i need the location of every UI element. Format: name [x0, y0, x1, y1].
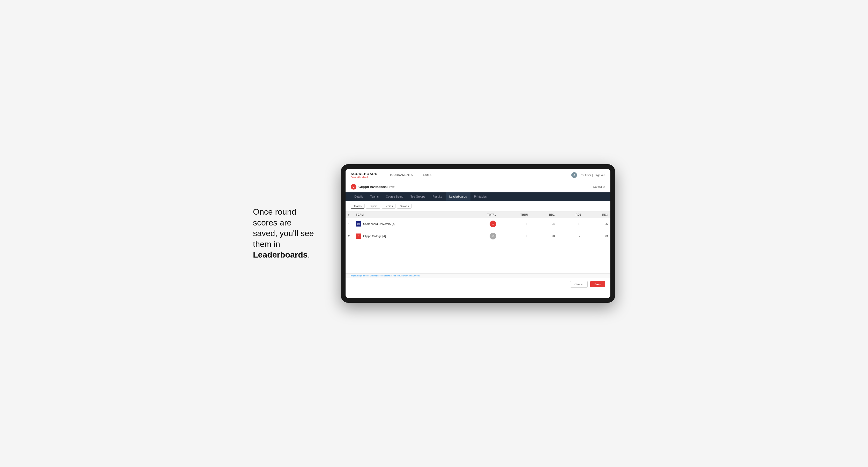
thru-2: F — [499, 230, 531, 242]
nav-right: S Test User | Sign out — [571, 172, 605, 178]
tab-tee-groups[interactable]: Tee Groups — [407, 192, 429, 201]
user-name: Test User | — [579, 174, 593, 177]
filter-bar: Teams Players Scores Strokes — [345, 201, 610, 212]
filter-strokes[interactable]: Strokes — [397, 204, 411, 209]
col-rd1: RD1 — [531, 212, 557, 218]
filter-teams[interactable]: Teams — [351, 204, 365, 209]
filter-players[interactable]: Players — [366, 204, 380, 209]
top-nav: SCOREBOARD Powered by clippd TOURNAMENTS… — [345, 169, 610, 181]
tournament-icon: C — [351, 184, 356, 190]
col-rd3: RD3 — [584, 212, 610, 218]
table-row: 1 SU Scoreboard University [A] -5 F -4 — [345, 218, 610, 230]
team-name-2: C Clippd College [A] — [353, 230, 464, 242]
tab-teams[interactable]: Teams — [367, 192, 382, 201]
nav-tournaments[interactable]: TOURNAMENTS — [385, 169, 417, 181]
sub-nav: Details Teams Course Setup Tee Groups Re… — [345, 192, 610, 201]
tablet-screen: SCOREBOARD Powered by clippd TOURNAMENTS… — [345, 169, 610, 298]
score-badge-2: +3 — [490, 233, 496, 240]
rd2-1: +5 — [557, 218, 584, 230]
col-rank: # — [345, 212, 353, 218]
col-team: TEAM — [353, 212, 464, 218]
team-logo-1: SU — [356, 221, 361, 226]
sign-out-link[interactable]: Sign out — [595, 174, 605, 177]
tab-course-setup[interactable]: Course Setup — [382, 192, 407, 201]
tab-leaderboards[interactable]: Leaderboards — [446, 192, 470, 201]
leaderboard-table: # TEAM TOTAL THRU RD1 RD2 RD3 1 — [345, 212, 610, 242]
url-bar: https://stage-blue-coach.stagescorenboar… — [345, 273, 610, 278]
col-total: TOTAL — [464, 212, 499, 218]
tablet-frame: SCOREBOARD Powered by clippd TOURNAMENTS… — [341, 164, 615, 303]
rd2-2: -8 — [557, 230, 584, 242]
tournament-header: C Clippd Invitational (Men) Cancel ✕ — [345, 181, 610, 192]
tournament-subtitle: (Men) — [389, 185, 397, 188]
logo-area: SCOREBOARD Powered by clippd — [351, 172, 378, 178]
total-2: +3 — [464, 230, 499, 242]
filter-scores[interactable]: Scores — [382, 204, 396, 209]
team-name-1: SU Scoreboard University [A] — [353, 218, 464, 230]
nav-links: TOURNAMENTS TEAMS — [385, 169, 436, 181]
save-button[interactable]: Save — [590, 281, 605, 287]
sidebar-description: Once round scores are saved, you'll see … — [253, 207, 326, 260]
tab-details[interactable]: Details — [351, 192, 367, 201]
tab-results[interactable]: Results — [429, 192, 446, 201]
table-row: 2 C Clippd College [A] +3 F +8 -8 — [345, 230, 610, 242]
page-wrapper: Once round scores are saved, you'll see … — [253, 164, 615, 303]
thru-1: F — [499, 218, 531, 230]
rank-2: 2 — [345, 230, 353, 242]
table-header-row: # TEAM TOTAL THRU RD1 RD2 RD3 — [345, 212, 610, 218]
logo-text: SCOREBOARD — [351, 172, 378, 176]
rd3-2: +3 — [584, 230, 610, 242]
tournament-title: Clippd Invitational — [359, 185, 388, 189]
bottom-actions: Cancel Save — [345, 278, 610, 290]
cancel-button[interactable]: Cancel — [570, 281, 588, 287]
rd1-1: -4 — [531, 218, 557, 230]
rank-1: 1 — [345, 218, 353, 230]
rd3-1: -6 — [584, 218, 610, 230]
score-badge-1: -5 — [490, 221, 496, 227]
tab-printables[interactable]: Printables — [470, 192, 490, 201]
nav-teams[interactable]: TEAMS — [417, 169, 436, 181]
cancel-header-button[interactable]: Cancel ✕ — [593, 185, 605, 188]
col-thru: THRU — [499, 212, 531, 218]
rd1-2: +8 — [531, 230, 557, 242]
content-spacer — [345, 242, 610, 273]
col-rd2: RD2 — [557, 212, 584, 218]
powered-by: Powered by clippd — [351, 176, 378, 178]
team-logo-2: C — [356, 234, 361, 239]
user-avatar: S — [571, 172, 577, 178]
total-1: -5 — [464, 218, 499, 230]
